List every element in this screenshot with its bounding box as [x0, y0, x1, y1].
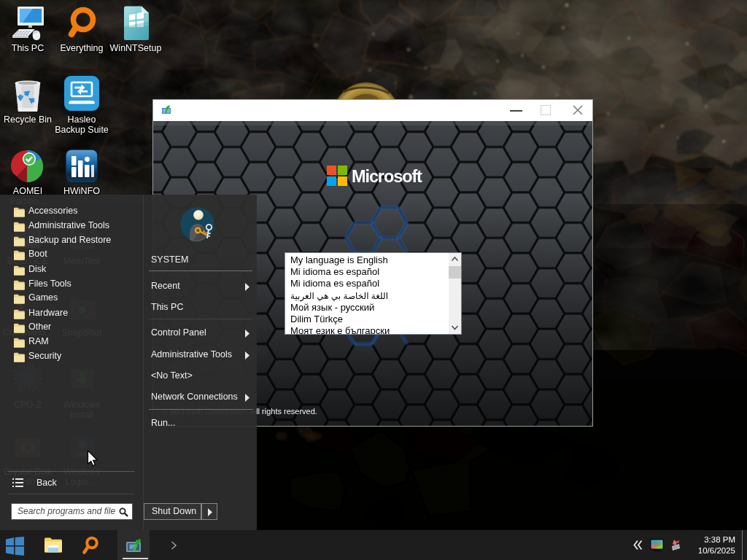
svg-text:Microsoft: Microsoft — [352, 167, 422, 186]
